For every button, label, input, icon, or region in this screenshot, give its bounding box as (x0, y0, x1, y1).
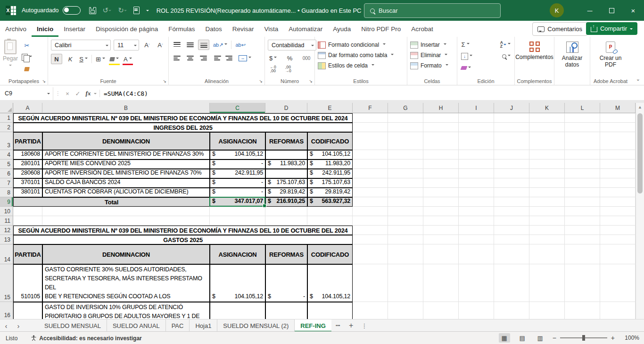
row-header-4[interactable]: 4 (0, 150, 13, 159)
copy-icon[interactable] (21, 52, 33, 62)
cell-D7[interactable]: $175.107,63 (265, 178, 307, 188)
column-header-A[interactable]: A (13, 103, 42, 113)
autosum-button[interactable]: Σ (460, 40, 471, 49)
underline-button[interactable]: S (78, 54, 89, 64)
cell-E4[interactable]: $104.105,12 (307, 150, 353, 159)
cell-B4[interactable]: APORTE CORRIENTE DEL MINISTERIO DE FINAN… (42, 150, 210, 159)
align-bottom-icon[interactable] (198, 40, 209, 50)
cell-E6[interactable]: $242.911,95 (307, 169, 353, 178)
cell-A16[interactable] (13, 302, 42, 319)
tab-archivo[interactable]: Archivo (0, 21, 32, 37)
save-icon[interactable] (89, 7, 96, 14)
sheet-tab-ref-ing[interactable]: REF-ING (295, 319, 331, 332)
increase-font-icon[interactable]: Aˆ (142, 41, 152, 50)
cell-E16[interactable] (307, 302, 353, 319)
row-header-12[interactable]: 12 (0, 226, 13, 235)
tab-formulas[interactable]: Fórmulas (163, 21, 200, 37)
cell-C15[interactable]: $104.105,12 (210, 264, 265, 302)
decrease-indent-icon[interactable] (211, 53, 222, 63)
increase-decimal-button[interactable]: ←0,00 (268, 64, 278, 74)
insert-function-icon[interactable]: fx (83, 90, 93, 97)
cell-A3[interactable]: PARTIDA (13, 132, 42, 150)
sheet-tab-pac[interactable]: PAC (166, 319, 190, 332)
close-button[interactable]: × (622, 0, 644, 21)
sheet-tab-sueldo-mensual-2[interactable]: SUELDO MENSUAL (2) (217, 319, 295, 332)
zoom-out-icon[interactable]: − (553, 334, 556, 342)
cell-D5[interactable]: $11.983,20 (265, 159, 307, 169)
share-button[interactable]: Compartir (586, 22, 637, 35)
comma-format-button[interactable]: 000 (301, 53, 312, 63)
search-box[interactable]: Buscar (364, 3, 501, 18)
cell-styles-button[interactable]: Estilos de celda (318, 60, 404, 71)
cell-B15[interactable]: GASTO CORRIENTE 30% SUELDOS AUTORIDADES,… (42, 264, 210, 302)
delete-cells-button[interactable]: Eliminar (410, 50, 454, 60)
formula-input[interactable]: =SUMA(C4:C8) (100, 90, 148, 97)
clear-button[interactable] (460, 63, 472, 73)
fill-button[interactable]: ↓ (460, 51, 473, 61)
cell-A14[interactable]: PARTIDA (13, 244, 42, 264)
cell-D3[interactable]: REFORMAS (265, 132, 307, 150)
collapse-ribbon-icon[interactable]: ⌄ (636, 76, 640, 82)
zoom-percentage[interactable]: 100% (621, 335, 639, 341)
view-page-break-icon[interactable]: ▥ (535, 333, 546, 343)
column-header-M[interactable]: M (600, 103, 636, 113)
cell-E7[interactable]: $175.107,63 (307, 178, 353, 188)
restore-button[interactable] (601, 0, 622, 21)
cell-C9[interactable]: $347.017,07 (210, 197, 265, 207)
tab-revisar[interactable]: Revisar (227, 21, 259, 37)
font-family-select[interactable]: Calibri (51, 40, 111, 50)
currency-format-button[interactable]: $ (268, 53, 278, 63)
column-header-G[interactable]: G (388, 103, 423, 113)
cell-C14[interactable]: ASIGNACION (210, 244, 265, 264)
cut-icon[interactable]: ✂ (21, 41, 33, 50)
cell-A1[interactable]: SEGÚN ACUERDO MINISTERIAL Nº 039 DEL MIN… (13, 113, 353, 123)
select-all-corner[interactable] (0, 103, 13, 113)
cell-A4[interactable]: 180608 (13, 150, 42, 159)
find-select-button[interactable] (501, 51, 512, 61)
cell-A5[interactable]: 280101 (13, 159, 42, 169)
alignment-dialog-launcher[interactable]: ↘ (259, 79, 263, 84)
paste-button[interactable]: Pegar (3, 40, 18, 67)
percent-format-button[interactable]: % (285, 53, 295, 63)
cell-C8[interactable]: $- (210, 188, 265, 197)
align-center-icon[interactable] (185, 53, 195, 63)
column-header-B[interactable]: B (42, 103, 210, 113)
cell-A13[interactable]: GASTOS 2025 (13, 235, 353, 244)
cell-C16[interactable] (210, 302, 265, 319)
column-header-H[interactable]: H (423, 103, 459, 113)
vertical-scroll-thumb[interactable] (637, 113, 643, 193)
decrease-font-icon[interactable]: Aˇ (155, 41, 165, 50)
cell-D4[interactable] (265, 150, 307, 159)
cell-D6[interactable] (265, 169, 307, 178)
borders-button[interactable]: ⊞ (95, 54, 106, 64)
row-header-8[interactable]: 8 (0, 188, 13, 197)
column-header-L[interactable]: L (565, 103, 600, 113)
cell-D16[interactable] (265, 302, 307, 319)
cell-C5[interactable]: $- (210, 159, 265, 169)
cell-E3[interactable]: CODIFICADO (307, 132, 353, 150)
enter-formula-icon[interactable]: ✓ (73, 90, 83, 97)
merge-center-icon[interactable]: ↔ (238, 53, 252, 63)
decrease-decimal-button[interactable]: ,00→0 (283, 64, 293, 74)
row-header-5[interactable]: 5 (0, 159, 13, 169)
row-header-10[interactable]: 10 (0, 207, 13, 216)
minimize-button[interactable]: ─ (579, 0, 601, 21)
print-preview-icon[interactable] (133, 7, 140, 14)
format-painter-icon[interactable] (21, 64, 33, 74)
cell-A7[interactable]: 370101 (13, 178, 42, 188)
row-header-11[interactable]: 11 (0, 216, 13, 226)
tab-acrobat[interactable]: Acrobat (406, 21, 438, 37)
cell-D14[interactable]: REFORMAS (265, 244, 307, 264)
format-as-table-button[interactable]: Dar formato como tabla (318, 50, 404, 60)
wrap-text-icon[interactable]: ab↩ (234, 40, 246, 50)
sort-filter-button[interactable]: AZ (499, 40, 512, 49)
number-dialog-launcher[interactable]: ↘ (309, 79, 313, 84)
prev-sheet-icon[interactable]: ‹ (0, 319, 12, 332)
font-dialog-launcher[interactable]: ↘ (163, 79, 166, 84)
column-header-F[interactable]: F (353, 103, 388, 113)
cell-C7[interactable]: $- (210, 178, 265, 188)
row-header-13[interactable]: 13 (0, 235, 13, 244)
addins-button[interactable]: Complementos (512, 40, 556, 62)
row-header-3[interactable]: 3 (0, 132, 13, 150)
cell-A6[interactable]: 280608 (13, 169, 42, 178)
